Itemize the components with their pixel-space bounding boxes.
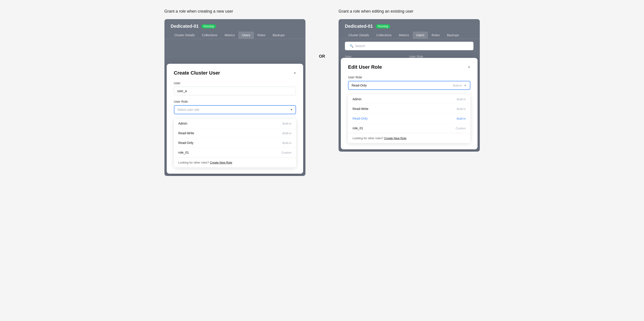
- edit-dropdown-item-read-write-type: Built-in: [457, 107, 466, 110]
- left-dropdown-footer: Looking for other roles? Create New Role: [174, 158, 296, 167]
- user-role-select[interactable]: Select user role Admin Read-Write Read-O…: [174, 105, 296, 114]
- edit-user-role-modal: Edit User Role × User Role Read-Only Bui…: [341, 58, 478, 149]
- edit-selected-type: Built-in: [453, 84, 462, 87]
- right-section: Grant a role when editing an existing us…: [338, 9, 480, 152]
- dropdown-item-admin[interactable]: Admin Built-in: [174, 119, 296, 128]
- left-create-new-role-link[interactable]: Create New Role: [210, 161, 232, 164]
- create-user-modal-header: Create Cluster User ×: [174, 70, 296, 76]
- left-cluster-tabs: Cluster Details Collections Metrics User…: [164, 29, 306, 39]
- right-modal-overlay: Edit User Role × User Role Read-Only Bui…: [341, 58, 478, 149]
- search-text: Search: [355, 44, 365, 48]
- left-status-badge: Running: [202, 24, 216, 28]
- dropdown-item-read-write-type: Built-in: [282, 132, 292, 135]
- left-cluster-content: [164, 39, 306, 66]
- edit-dropdown-item-read-write[interactable]: Read-Write Built-in: [348, 104, 470, 114]
- left-section: Grant a role when creating a new user De…: [164, 9, 306, 176]
- search-icon: 🔍: [350, 44, 354, 48]
- user-role-field: User Role Select user role Admin Read-Wr…: [174, 100, 296, 114]
- edit-modal-close[interactable]: ×: [468, 65, 470, 69]
- right-cluster-header: Dedicated-01 Running: [338, 19, 480, 29]
- dropdown-item-read-write[interactable]: Read-Write Built-in: [174, 128, 296, 138]
- user-role-select-wrapper: Select user role Admin Read-Write Read-O…: [174, 105, 296, 114]
- user-input[interactable]: [174, 87, 296, 95]
- left-tab-backups[interactable]: Backups: [269, 32, 288, 39]
- right-tab-cluster-details[interactable]: Cluster Details: [345, 32, 372, 39]
- right-dropdown-footer: Looking for other roles? Create New Role: [348, 133, 470, 143]
- edit-select-wrapper: Read-Only Built-in ▼: [348, 81, 470, 90]
- user-role-label: User Role: [174, 100, 296, 104]
- right-cluster-frame: Dedicated-01 Running Cluster Details Col…: [338, 19, 480, 152]
- dropdown-item-read-only-name: Read-Only: [178, 141, 194, 144]
- right-dropdown-list: Admin Built-in Read-Write Built-in Read-…: [348, 94, 470, 143]
- left-dropdown-list: Admin Built-in Read-Write Built-in Read-…: [174, 119, 296, 167]
- edit-dropdown-item-admin-type: Built-in: [457, 98, 466, 101]
- edit-role-field: User Role Read-Only Built-in ▼: [348, 76, 470, 90]
- dropdown-item-role01-type: Custom: [281, 151, 292, 154]
- dropdown-item-read-only-type: Built-in: [282, 141, 292, 144]
- left-footer-text: Looking for other roles?: [178, 161, 209, 164]
- edit-dropdown-item-read-only[interactable]: Read-Only Built-in: [348, 114, 470, 124]
- left-tab-users[interactable]: Users: [238, 32, 254, 39]
- left-tab-cluster-details[interactable]: Cluster Details: [171, 32, 198, 39]
- edit-dropdown-item-role01[interactable]: role_01 Custom: [348, 124, 470, 133]
- edit-select-display[interactable]: Read-Only Built-in ▼: [348, 81, 470, 90]
- right-tab-users[interactable]: Users: [413, 32, 428, 39]
- edit-dropdown-item-admin[interactable]: Admin Built-in: [348, 94, 470, 104]
- dropdown-item-role01-name: role_01: [178, 151, 189, 154]
- dropdown-item-admin-type: Built-in: [282, 122, 292, 125]
- edit-dropdown-item-role01-name: role_01: [352, 126, 363, 130]
- edit-dropdown-item-role01-type: Custom: [456, 126, 466, 130]
- edit-modal-title: Edit User Role: [348, 64, 382, 70]
- dropdown-item-role01[interactable]: role_01 Custom: [174, 148, 296, 158]
- edit-dropdown-item-read-only-name: Read-Only: [352, 117, 368, 120]
- right-tab-roles[interactable]: Roles: [428, 32, 443, 39]
- right-tab-metrics[interactable]: Metrics: [395, 32, 413, 39]
- right-cluster-tabs: Cluster Details Collections Metrics User…: [338, 29, 480, 39]
- left-cluster-name: Dedicated-01: [171, 24, 199, 29]
- right-footer-text: Looking for other roles?: [352, 136, 384, 140]
- left-cluster-frame: Dedicated-01 Running Cluster Details Col…: [164, 19, 306, 176]
- right-cluster-name: Dedicated-01: [345, 24, 373, 29]
- create-user-modal: Create Cluster User × User User Role Sel…: [167, 64, 304, 174]
- edit-chevron-icon: ▼: [464, 84, 467, 87]
- create-user-modal-close[interactable]: ×: [294, 71, 296, 75]
- right-status-badge: Running: [376, 24, 390, 28]
- user-field: User: [174, 81, 296, 95]
- user-label: User: [174, 81, 296, 85]
- or-divider: OR: [319, 9, 325, 59]
- dropdown-item-read-only[interactable]: Read-Only Built-in: [174, 138, 296, 148]
- left-section-title: Grant a role when creating a new user: [164, 9, 306, 14]
- left-cluster-header: Dedicated-01 Running: [164, 19, 306, 29]
- edit-dropdown-item-read-write-name: Read-Write: [352, 107, 368, 110]
- left-tab-collections[interactable]: Collections: [198, 32, 221, 39]
- page-wrapper: Grant a role when creating a new user De…: [164, 9, 480, 176]
- right-create-new-role-link[interactable]: Create New Role: [384, 136, 406, 140]
- left-tab-roles[interactable]: Roles: [254, 32, 269, 39]
- dropdown-item-read-write-name: Read-Write: [178, 131, 194, 135]
- edit-dropdown-item-read-only-type: Built-in: [457, 117, 466, 120]
- right-tab-collections[interactable]: Collections: [372, 32, 395, 39]
- edit-role-label: User Role: [348, 76, 470, 79]
- right-tab-backups[interactable]: Backups: [443, 32, 463, 39]
- right-section-title: Grant a role when editing an existing us…: [338, 9, 480, 14]
- edit-modal-header: Edit User Role ×: [348, 64, 470, 70]
- dropdown-item-admin-name: Admin: [178, 122, 188, 125]
- search-bar[interactable]: 🔍 Search: [345, 42, 474, 50]
- edit-selected-value: Read-Only: [352, 84, 367, 87]
- left-tab-metrics[interactable]: Metrics: [221, 32, 238, 39]
- edit-select-right: Built-in ▼: [453, 84, 467, 87]
- edit-dropdown-item-admin-name: Admin: [352, 97, 362, 101]
- left-modal-overlay: Create Cluster User × User User Role Sel…: [167, 64, 304, 174]
- create-user-modal-title: Create Cluster User: [174, 70, 220, 76]
